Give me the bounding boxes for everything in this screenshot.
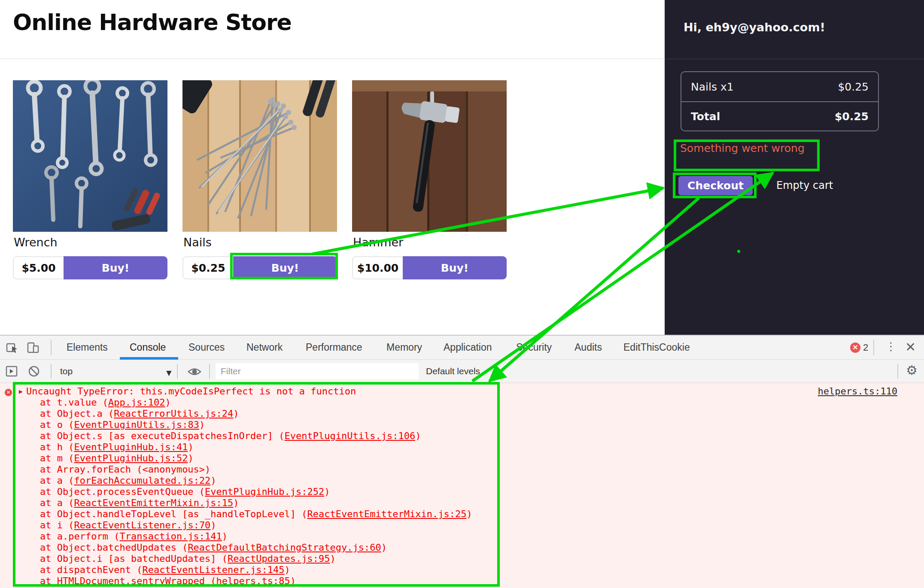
product-name: Wrench — [14, 236, 58, 249]
stack-text: ) — [285, 564, 290, 575]
expand-triangle-icon[interactable]: ▶ — [19, 388, 23, 395]
console-error-line: ▶Uncaught TypeError: this.myCodeIsPerfec… — [19, 386, 356, 397]
tab-audits[interactable]: Audits — [574, 342, 602, 353]
stack-text: ) — [165, 397, 170, 408]
stack-frame: at i (ReactEventListener.js:70) — [40, 520, 216, 531]
stack-text: at Object.a ( — [40, 408, 114, 419]
live-expression-eye-icon[interactable] — [188, 365, 201, 378]
stack-text: ) — [415, 430, 421, 441]
tab-editthiscookie[interactable]: EditThisCookie — [623, 342, 690, 353]
error-source-link[interactable]: helpers.ts:110 — [818, 386, 897, 397]
stack-text: at Object.batchedUpdates ( — [40, 542, 188, 553]
stack-frame: at Object.a (ReactErrorUtils.js:24) — [40, 408, 239, 419]
stack-text: ) — [188, 453, 193, 464]
tab-performance[interactable]: Performance — [306, 342, 362, 353]
stack-frame: at h (EventPluginHub.js:41) — [40, 442, 194, 453]
log-levels-selector[interactable]: Default levels — [426, 366, 480, 376]
tab-console[interactable]: Console — [130, 342, 166, 353]
stack-file-link[interactable]: forEachAccumulated.js:22 — [74, 475, 210, 486]
error-count: 2 — [863, 342, 868, 353]
stack-file-link[interactable]: ReactEventEmitterMixin.js:15 — [74, 497, 233, 508]
stack-file-link[interactable]: EventPluginHub.js:52 — [74, 453, 188, 464]
page-title: Online Hardware Store — [13, 9, 292, 35]
device-toolbar-icon[interactable] — [27, 341, 40, 354]
stack-text: at Object.i [as batchedUpdates] ( — [40, 553, 228, 564]
stack-text: at Object.handleTopLevel [as _handleTopL… — [40, 509, 307, 519]
stack-text: at HTMLDocument.sentryWrapped ( — [40, 576, 216, 586]
tab-network[interactable]: Network — [246, 342, 283, 353]
buy-button-nails[interactable]: Buy! — [233, 256, 337, 279]
console-filter-input[interactable] — [216, 363, 419, 379]
tab-memory[interactable]: Memory — [386, 342, 422, 353]
stack-text: ) — [210, 520, 216, 530]
stack-text: at a.perform ( — [40, 531, 119, 542]
wrench-product-image — [13, 80, 167, 232]
checkout-button[interactable]: Checkout — [678, 176, 753, 195]
empty-cart-button[interactable]: Empty cart — [776, 179, 833, 191]
buy-button-hammer[interactable]: Buy! — [403, 256, 507, 279]
tab-elements[interactable]: Elements — [67, 342, 108, 353]
stack-file-link[interactable]: ReactEventListener.js:70 — [74, 520, 210, 530]
product-card-nails: Nails $0.25 Buy! — [182, 80, 337, 280]
stack-text: ) — [233, 497, 239, 508]
product-card-wrench: Wrench $5.00 Buy! — [13, 80, 167, 280]
stack-text: at t.value ( — [40, 397, 108, 408]
buy-button-wrench[interactable]: Buy! — [64, 256, 167, 279]
stack-text: at a ( — [40, 475, 74, 486]
stack-text: at o ( — [40, 419, 74, 430]
stack-text: ) — [290, 576, 296, 586]
console-log-area: ✕ ▶Uncaught TypeError: this.myCodeIsPerf… — [0, 383, 924, 588]
stack-text: at Object.processEventQueue ( — [40, 486, 205, 497]
cart-sidebar: Hi, eh9y@yahoo.com! Nails x1 $0.25 Total… — [665, 0, 924, 335]
nails-product-image — [182, 80, 337, 232]
stack-file-link[interactable]: App.js:102 — [108, 397, 165, 408]
stack-text: at i ( — [40, 520, 74, 530]
divider — [897, 364, 898, 379]
stack-text: ) — [188, 442, 193, 452]
stack-frame: at a.perform (Transaction.js:141) — [40, 531, 228, 542]
stack-file-link[interactable]: helpers.ts:85 — [216, 576, 290, 586]
divider — [51, 340, 52, 355]
stack-file-link[interactable]: EventPluginUtils.js:83 — [74, 419, 199, 430]
stack-file-link[interactable]: ReactErrorUtils.js:24 — [114, 408, 233, 419]
chevron-down-icon[interactable]: ▼ — [491, 368, 500, 378]
stack-text: ) — [466, 509, 472, 519]
tab-application[interactable]: Application — [444, 342, 492, 353]
devtools-menu-icon[interactable]: ⋮ — [885, 340, 896, 353]
stack-frame: at Object.handleTopLevel [as _handleTopL… — [40, 509, 472, 520]
stack-text: ) — [222, 531, 228, 542]
store-header: Online Hardware Store — [0, 0, 665, 59]
cart-total-row: Total $0.25 — [681, 101, 878, 130]
divider — [665, 59, 924, 59]
cart-item-amount: $0.25 — [838, 81, 869, 93]
hammer-product-image — [352, 80, 507, 232]
inspect-element-icon[interactable] — [6, 341, 19, 354]
stack-file-link[interactable]: ReactDefaultBatchingStrategy.js:60 — [188, 542, 381, 553]
console-settings-gear-icon[interactable]: ⚙ — [906, 363, 918, 378]
stack-file-link[interactable]: ReactUpdates.js:95 — [228, 553, 330, 564]
active-tab-indicator — [120, 357, 178, 360]
annotation-dot — [737, 250, 740, 253]
stack-file-link[interactable]: ReactEventListener.js:145 — [142, 564, 284, 575]
context-selector[interactable]: top — [60, 366, 73, 376]
error-count-icon[interactable]: ✕ — [850, 342, 860, 353]
stack-file-link[interactable]: EventPluginHub.js:252 — [205, 486, 324, 497]
stack-file-link[interactable]: EventPluginHub.js:41 — [74, 442, 188, 452]
clear-console-icon[interactable] — [27, 365, 40, 378]
chevron-down-icon[interactable]: ▼ — [164, 368, 173, 378]
devtools-tabbar: Elements Console Sources Network Perform… — [0, 336, 924, 360]
user-greeting: Hi, eh9y@yahoo.com! — [684, 21, 825, 34]
stack-file-link[interactable]: EventPluginUtils.js:106 — [285, 430, 416, 441]
stack-file-link[interactable]: ReactEventEmitterMixin.js:25 — [307, 509, 467, 519]
stack-file-link[interactable]: Transaction.js:141 — [119, 531, 222, 542]
console-sidebar-icon[interactable] — [5, 365, 18, 378]
tab-security[interactable]: Security — [516, 342, 552, 353]
stack-frame: at Object.processEventQueue (EventPlugin… — [40, 486, 330, 497]
stack-text: ) — [199, 419, 205, 430]
tab-sources[interactable]: Sources — [188, 342, 225, 353]
stack-frame: at Object.s [as executeDispatchesInOrder… — [40, 430, 421, 442]
close-devtools-icon[interactable]: ✕ — [905, 339, 916, 355]
stack-frame: at dispatchEvent (ReactEventListener.js:… — [40, 564, 290, 576]
stack-text: ) — [381, 542, 387, 553]
stack-text: at Array.forEach (<anonymous>) — [40, 464, 210, 475]
